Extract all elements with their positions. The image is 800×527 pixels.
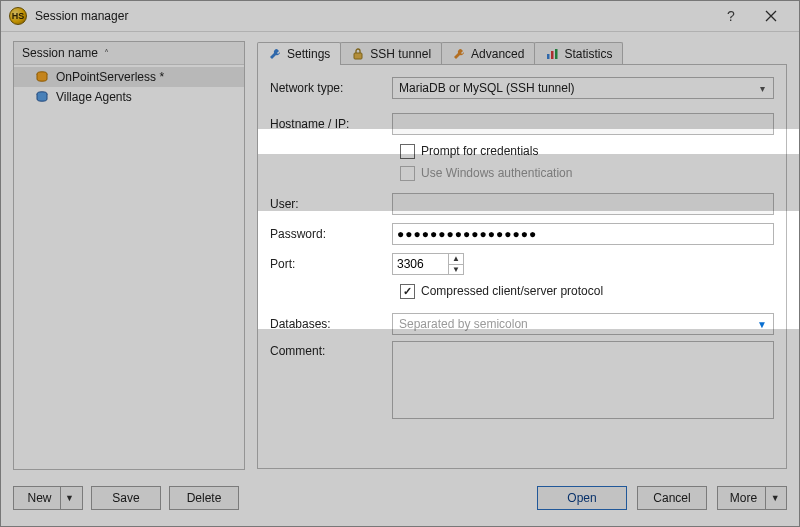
label-network-type: Network type: [270, 81, 392, 95]
session-list: OnPointServerless * Village Agents [14, 65, 244, 109]
settings-pane: Settings SSH tunnel Advanced [257, 41, 787, 470]
more-button-label: More [730, 491, 757, 505]
session-item-villageagents[interactable]: Village Agents [14, 87, 244, 107]
db-orange-icon [34, 69, 50, 85]
tab-advanced[interactable]: Advanced [441, 42, 535, 65]
network-type-value: MariaDB or MySQL (SSH tunnel) [399, 81, 575, 95]
label-hostname: Hostname / IP: [270, 117, 392, 131]
session-item-onpointserverless[interactable]: OnPointServerless * [14, 67, 244, 87]
row-windows-auth: Use Windows authentication [400, 163, 774, 183]
settings-form: Network type: MariaDB or MySQL (SSH tunn… [270, 75, 774, 458]
label-databases: Databases: [270, 317, 392, 331]
new-button[interactable]: New ▼ [13, 486, 83, 510]
close-icon [765, 10, 777, 22]
port-input[interactable] [392, 253, 448, 275]
chevron-down-icon[interactable]: ▼ [765, 487, 784, 509]
label-prompt-credentials: Prompt for credentials [421, 144, 538, 158]
app-icon: HS [9, 7, 27, 25]
prompt-credentials-checkbox[interactable] [400, 144, 415, 159]
window-title: Session manager [35, 9, 128, 23]
titlebar: HS Session manager ? [1, 1, 799, 32]
tab-label: Statistics [564, 47, 612, 61]
label-windows-auth: Use Windows authentication [421, 166, 572, 180]
label-compressed: Compressed client/server protocol [421, 284, 603, 298]
label-comment: Comment: [270, 341, 392, 358]
delete-button[interactable]: Delete [169, 486, 239, 510]
svg-rect-5 [555, 49, 558, 59]
save-button[interactable]: Save [91, 486, 161, 510]
svg-rect-3 [547, 54, 550, 59]
lock-icon [351, 47, 365, 61]
compressed-checkbox[interactable] [400, 284, 415, 299]
row-network-type: Network type: MariaDB or MySQL (SSH tunn… [270, 75, 774, 101]
chevron-down-icon: ▾ [754, 80, 770, 96]
tabbar: Settings SSH tunnel Advanced [257, 41, 787, 65]
label-port: Port: [270, 257, 392, 271]
wrench-icon [268, 47, 282, 61]
port-spin-buttons[interactable]: ▲ ▼ [448, 253, 464, 275]
row-password: Password: [270, 221, 774, 247]
cancel-button[interactable]: Cancel [637, 486, 707, 510]
db-blue-icon [34, 89, 50, 105]
chevron-down-icon[interactable]: ▼ [60, 487, 79, 509]
user-input[interactable] [392, 193, 774, 215]
password-input[interactable] [392, 223, 774, 245]
dropdown-blue-icon[interactable]: ▼ [754, 316, 770, 332]
session-manager-window: HS Session manager ? Session name ˄ OnPo… [0, 0, 800, 527]
bottom-button-bar: New ▼ Save Delete Open Cancel More ▼ [13, 482, 787, 514]
session-list-header[interactable]: Session name ˄ [14, 42, 244, 65]
row-hostname: Hostname / IP: [270, 111, 774, 137]
new-button-label: New [27, 491, 51, 505]
spin-down-icon[interactable]: ▼ [449, 265, 463, 275]
tab-label: Settings [287, 47, 330, 61]
dialog-body: Session name ˄ OnPointServerless * Villa… [1, 31, 799, 526]
session-list-pane: Session name ˄ OnPointServerless * Villa… [13, 41, 245, 470]
label-user: User: [270, 197, 392, 211]
tab-ssh-tunnel[interactable]: SSH tunnel [340, 42, 442, 65]
tab-label: Advanced [471, 47, 524, 61]
row-databases: Databases: Separated by semicolon ▼ [270, 311, 774, 337]
comment-textarea[interactable] [392, 341, 774, 419]
label-password: Password: [270, 227, 392, 241]
row-user: User: [270, 191, 774, 217]
tab-statistics[interactable]: Statistics [534, 42, 623, 65]
session-list-header-label: Session name [22, 46, 98, 60]
settings-tab-body: Network type: MariaDB or MySQL (SSH tunn… [257, 64, 787, 469]
windows-auth-checkbox [400, 166, 415, 181]
hostname-input[interactable] [392, 113, 774, 135]
network-type-select[interactable]: MariaDB or MySQL (SSH tunnel) ▾ [392, 77, 774, 99]
tab-label: SSH tunnel [370, 47, 431, 61]
row-port: Port: ▲ ▼ [270, 251, 774, 277]
help-button[interactable]: ? [713, 1, 749, 31]
barchart-icon [545, 47, 559, 61]
open-button[interactable]: Open [537, 486, 627, 510]
databases-input-wrapper[interactable]: Separated by semicolon ▼ [392, 313, 774, 335]
session-item-label: Village Agents [56, 90, 132, 104]
row-prompt-credentials: Prompt for credentials [400, 141, 774, 161]
session-item-label: OnPointServerless * [56, 70, 164, 84]
close-button[interactable] [749, 1, 793, 31]
svg-rect-2 [354, 53, 362, 59]
row-compressed: Compressed client/server protocol [400, 281, 774, 301]
row-comment: Comment: [270, 341, 774, 419]
svg-rect-4 [551, 51, 554, 59]
more-button[interactable]: More ▼ [717, 486, 787, 510]
tab-settings[interactable]: Settings [257, 42, 341, 65]
wrench2-icon [452, 47, 466, 61]
databases-placeholder: Separated by semicolon [399, 317, 528, 331]
sort-asc-icon: ˄ [104, 48, 109, 59]
spin-up-icon[interactable]: ▲ [449, 254, 463, 265]
port-stepper[interactable]: ▲ ▼ [392, 253, 464, 275]
